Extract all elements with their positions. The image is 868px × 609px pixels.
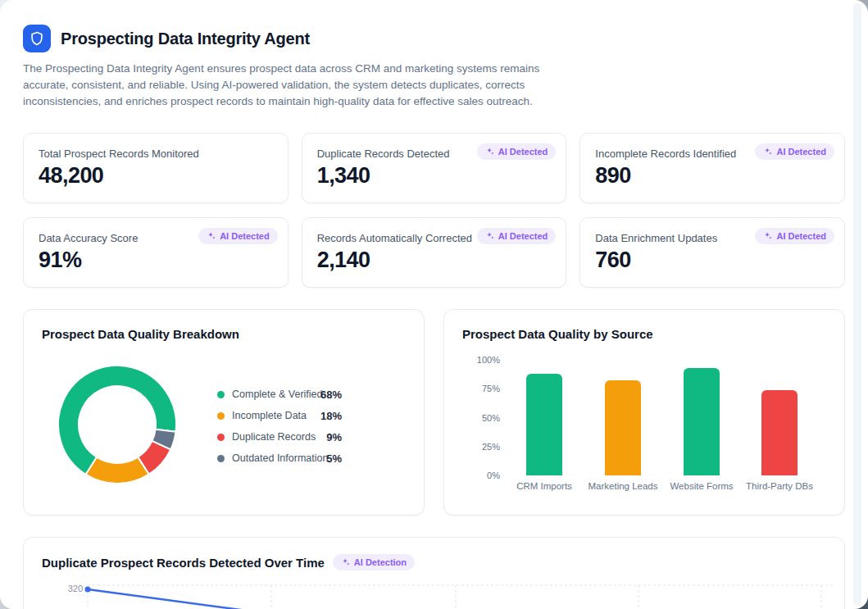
bar-ytick: 50%	[466, 413, 500, 423]
line-chart-card: Duplicate Prospect Records Detected Over…	[23, 537, 845, 609]
donut-slice[interactable]	[86, 457, 149, 484]
shield-icon	[23, 25, 51, 52]
scrollbar[interactable]	[853, 3, 861, 606]
stat-card-enrichment[interactable]: Data Enrichment Updates 760 AI Detected	[579, 217, 845, 288]
legend-item-outdated-information[interactable]: Outdated Information 5%	[217, 448, 342, 469]
legend-item-incomplete-data[interactable]: Incomplete Data 18%	[217, 405, 342, 426]
ai-detected-badge: AI Detected	[477, 228, 557, 244]
donut-chart	[24, 310, 220, 498]
bar-ytick: 0%	[466, 470, 500, 480]
bar-ytick: 100%	[466, 355, 500, 365]
sparkles-icon	[763, 147, 773, 157]
dashboard-page: Prospecting Data Integrity Agent The Pro…	[0, 0, 868, 609]
ai-detected-badge: AI Detected	[755, 228, 834, 244]
bar-chart-title: Prospect Data Quality by Source	[462, 327, 653, 341]
sparkles-icon	[485, 147, 495, 157]
ai-detected-badge: AI Detected	[477, 143, 557, 160]
bar-xlabel: Third-Party DBs	[730, 481, 829, 491]
stat-card-accuracy[interactable]: Data Accuracy Score 91% AI Detected	[23, 217, 289, 288]
ai-detected-badge: AI Detected	[198, 228, 278, 244]
sparkles-icon	[207, 231, 216, 241]
bar-ytick: 25%	[466, 442, 500, 452]
legend-dot	[217, 455, 225, 462]
legend-item-duplicate-records[interactable]: Duplicate Records 9%	[217, 426, 342, 448]
ai-detected-badge: AI Detected	[755, 143, 834, 160]
bar-crm-imports[interactable]	[526, 374, 562, 475]
stat-card-corrected[interactable]: Records Automatically Corrected 2,140 AI…	[302, 217, 567, 288]
legend-item-complete-verified[interactable]: Complete & Verified 68%	[217, 384, 342, 405]
stat-value: 890	[595, 163, 829, 189]
donut-chart-card: Prospect Data Quality Breakdown Complete…	[23, 309, 425, 516]
charts-row: Prospect Data Quality Breakdown Complete…	[23, 309, 845, 516]
line-point[interactable]	[85, 587, 91, 593]
line-chart	[24, 538, 844, 609]
legend-dot	[217, 434, 225, 441]
stat-card-duplicates[interactable]: Duplicate Records Detected 1,340 AI Dete…	[302, 133, 567, 203]
page-title: Prospecting Data Integrity Agent	[61, 30, 310, 48]
bar-website-forms[interactable]	[684, 368, 720, 475]
bar-third-party-dbs[interactable]	[761, 390, 798, 475]
stat-card-incomplete[interactable]: Incomplete Records Identified 890 AI Det…	[579, 133, 845, 203]
header: Prospecting Data Integrity Agent	[23, 25, 845, 52]
stat-cards: Total Prospect Records Monitored 48,200 …	[23, 133, 845, 288]
stat-value: 2,140	[317, 248, 552, 273]
bar-chart-card: Prospect Data Quality by Source 100%75%5…	[443, 309, 845, 516]
sparkles-icon	[763, 231, 773, 241]
legend-dot	[217, 412, 225, 420]
stat-card-total-records[interactable]: Total Prospect Records Monitored 48,200	[23, 133, 289, 203]
sparkles-icon	[485, 231, 495, 241]
legend-dot	[217, 391, 225, 398]
stat-label: Total Prospect Records Monitored	[39, 148, 273, 160]
stat-value: 1,340	[317, 163, 552, 189]
stat-value: 760	[595, 248, 829, 273]
stat-value: 48,200	[39, 163, 273, 189]
stat-value: 91%	[39, 248, 273, 273]
bar-ytick: 75%	[466, 384, 500, 393]
bar-marketing-leads[interactable]	[605, 380, 641, 475]
page-description: The Prospecting Data Integrity Agent ens…	[23, 61, 579, 110]
donut-legend: Complete & Verified 68% Incomplete Data …	[217, 384, 342, 469]
